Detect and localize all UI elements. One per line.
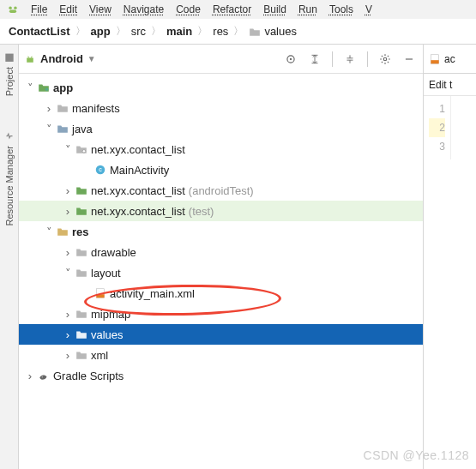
tool-tab-project[interactable]: Project (2, 45, 17, 103)
tree-label: mipmap (91, 308, 130, 321)
menu-run[interactable]: Run (298, 3, 317, 15)
chevron-right-icon[interactable]: › (62, 246, 74, 259)
tree-node-activity-main[interactable]: activity_main.xml (19, 283, 423, 304)
chevron-right-icon[interactable]: › (62, 328, 74, 341)
resource-manager-icon (3, 130, 15, 142)
hide-icon[interactable] (401, 51, 418, 68)
tree-node-app[interactable]: ˅ app (19, 77, 423, 98)
breadcrumb: ContactList 〉 app 〉 src 〉 main 〉 res 〉 v… (0, 19, 476, 45)
tree-node-package[interactable]: ˅ net.xyx.contact_list (19, 139, 423, 159)
line-number: 3 (439, 141, 445, 153)
menu-code[interactable]: Code (176, 3, 201, 15)
tree-node-mainactivity[interactable]: c MainActivity (19, 159, 423, 180)
line-number: 1 (439, 103, 445, 115)
view-selector[interactable]: Android (40, 52, 83, 65)
tree-label: res (72, 225, 89, 238)
tree-node-package-test[interactable]: › net.xyx.contact_list (test) (19, 201, 423, 221)
project-tree[interactable]: ˅ app › manifests ˅ java ˅ net.xyx.conta… (19, 74, 423, 469)
project-icon (3, 51, 15, 63)
package-icon (74, 143, 89, 155)
crumb-values[interactable]: values (249, 25, 297, 38)
tree-label: xml (91, 349, 108, 362)
chevron-right-icon[interactable]: › (43, 102, 55, 115)
chevron-right-icon: 〉 (114, 24, 128, 39)
svg-point-1 (14, 7, 17, 10)
menu-vcs[interactable]: V (365, 3, 372, 15)
tree-label: java (72, 123, 93, 135)
folder-icon (55, 123, 70, 135)
expand-icon[interactable] (306, 51, 323, 68)
editor-area: ac Edit t 1 2 3 (424, 45, 476, 469)
folder-icon (55, 225, 70, 238)
tree-node-values[interactable]: › values (19, 324, 423, 345)
crumb-root[interactable]: ContactList (9, 25, 70, 38)
editor-tab-label: ac (444, 53, 455, 65)
tree-node-package-androidtest[interactable]: › net.xyx.contact_list (androidTest) (19, 180, 423, 201)
project-toolbar: Android ▼ (19, 45, 423, 74)
tree-node-xml[interactable]: › xml (19, 345, 423, 365)
crumb-main[interactable]: main (166, 25, 192, 38)
separator (367, 51, 368, 67)
chevron-down-icon[interactable]: ˅ (43, 123, 55, 135)
folder-icon (55, 102, 70, 114)
chevron-down-icon[interactable]: ˅ (62, 143, 74, 156)
tool-tab-resmgr-label: Resource Manager (4, 146, 15, 226)
editor-breadcrumb[interactable]: Edit t (424, 74, 476, 96)
chevron-right-icon[interactable]: › (24, 370, 36, 382)
tree-label: net.xyx.contact_list (91, 143, 185, 156)
collapse-icon[interactable] (341, 51, 359, 68)
chevron-right-icon: 〉 (232, 24, 245, 39)
editor-gutter[interactable]: 1 2 3 (424, 96, 451, 159)
menu-file[interactable]: File (31, 3, 47, 15)
tree-node-layout[interactable]: ˅ layout (19, 262, 423, 283)
tree-label: drawable (91, 246, 136, 259)
tree-label: app (53, 81, 73, 94)
svg-rect-2 (9, 10, 16, 13)
menu-view[interactable]: View (89, 3, 111, 15)
chevron-down-icon[interactable]: ˅ (24, 81, 36, 94)
gear-icon[interactable] (377, 51, 394, 68)
menu-navigate[interactable]: Navigate (124, 3, 164, 15)
package-icon (74, 205, 89, 217)
tree-node-java[interactable]: ˅ java (19, 118, 423, 139)
tool-window-bar: Project Resource Manager (0, 45, 19, 469)
crumb-res[interactable]: res (213, 25, 228, 38)
project-tool-window: Android ▼ ˅ app › manifest (19, 45, 424, 469)
dropdown-icon[interactable]: ▼ (87, 54, 96, 63)
editor-tab[interactable]: ac (424, 45, 476, 74)
chevron-right-icon[interactable]: › (62, 308, 74, 321)
svg-rect-18 (431, 60, 438, 63)
tool-tab-resource-manager[interactable]: Resource Manager (2, 123, 17, 233)
svg-point-10 (45, 88, 49, 92)
menu-build[interactable]: Build (263, 3, 286, 15)
module-icon (36, 81, 51, 93)
chevron-right-icon: 〉 (196, 24, 209, 39)
crumb-app[interactable]: app (91, 25, 111, 38)
chevron-right-icon[interactable]: › (62, 349, 74, 362)
menu-tools[interactable]: Tools (329, 3, 353, 15)
menu-edit[interactable]: Edit (59, 3, 77, 15)
chevron-right-icon[interactable]: › (62, 184, 74, 197)
separator (332, 51, 333, 67)
crumb-src[interactable]: src (131, 25, 146, 38)
svg-point-11 (82, 150, 86, 153)
editor-bar-label: Edit t (429, 79, 452, 91)
main-menu: File Edit View Navigate Code Refactor Bu… (0, 0, 476, 19)
svg-point-8 (383, 57, 387, 61)
package-icon (74, 184, 89, 196)
folder-icon (74, 308, 89, 320)
chevron-down-icon[interactable]: ˅ (43, 225, 55, 238)
chevron-right-icon[interactable]: › (62, 205, 74, 218)
tree-node-mipmap[interactable]: › mipmap (19, 304, 423, 324)
line-number: 2 (429, 118, 445, 137)
chevron-down-icon[interactable]: ˅ (62, 267, 74, 280)
tree-suffix: (androidTest) (189, 184, 254, 197)
tree-node-gradle[interactable]: › Gradle Scripts (19, 365, 423, 386)
tree-label: MainActivity (110, 164, 169, 177)
tree-node-res[interactable]: ˅ res (19, 221, 423, 242)
tree-node-manifests[interactable]: › manifests (19, 98, 423, 118)
menu-refactor[interactable]: Refactor (213, 3, 251, 15)
app-logo-icon (7, 3, 19, 15)
tree-node-drawable[interactable]: › drawable (19, 242, 423, 262)
target-icon[interactable] (282, 51, 299, 68)
